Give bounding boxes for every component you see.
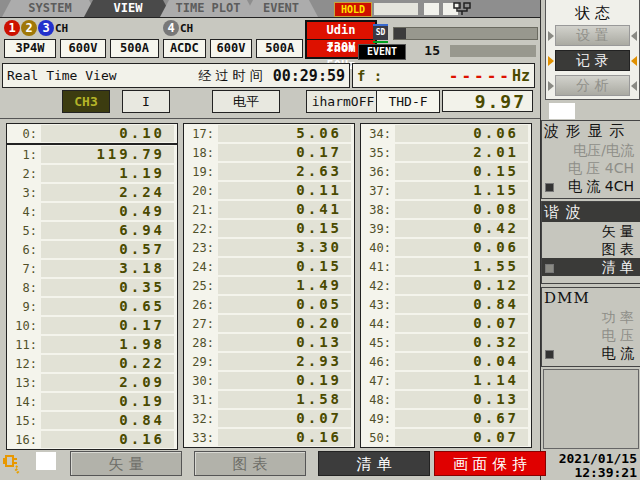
harmonic-row: 7:3.18: [7, 259, 177, 278]
level-mode-selector[interactable]: 电平: [212, 90, 280, 113]
harmonic-value: 0.15: [218, 220, 351, 237]
harmonic-order: 5:: [7, 224, 37, 238]
harmonic-value: 2.01: [395, 144, 528, 161]
menu-settings-button[interactable]: 设 置: [555, 25, 630, 46]
harmonic-value: 0.13: [218, 334, 351, 351]
harmonic-row: 33:0.16: [184, 428, 354, 447]
tab-system[interactable]: SYSTEM: [2, 0, 98, 17]
harmonic-value: 2.63: [218, 163, 351, 180]
harmonics-column: 17:5.0618:0.1719:2.6320:0.1121:0.4122:0.…: [183, 123, 355, 451]
harmonic-value: 0.16: [218, 429, 351, 446]
menu-record-button[interactable]: 记 录: [555, 50, 630, 71]
voltage-range-setting-4: 600V: [210, 39, 253, 58]
harmonic-value: 2.09: [41, 374, 174, 391]
iharm-selector[interactable]: iharmOFF: [306, 90, 380, 113]
harmonic-value: 0.35: [41, 279, 174, 296]
harmonic-order: 40:: [361, 241, 391, 255]
waveform-section-title: 波 形 显 示: [542, 121, 640, 141]
harmonic-value: 0.49: [41, 203, 174, 220]
sd-card-icon: SD: [373, 24, 388, 40]
menu-voltage[interactable]: 电 压: [542, 326, 640, 344]
harmonic-value: 0.12: [395, 277, 528, 294]
menu-voltage-current[interactable]: 电压/电流: [542, 141, 640, 159]
harmonic-order: 42:: [361, 279, 391, 293]
harmonic-row: 48:0.13: [361, 390, 531, 409]
harmonic-value: 0.17: [218, 144, 351, 161]
harmonic-order: 27:: [184, 317, 214, 331]
harmonic-row: 8:0.35: [7, 278, 177, 297]
harmonic-row: 17:5.06: [184, 124, 354, 143]
harmonic-value: 119.79: [41, 146, 174, 163]
harmonic-row: 41:1.55: [361, 257, 531, 276]
harmonic-order: 13:: [7, 376, 37, 390]
check-bullet-icon: [545, 183, 554, 192]
harmonic-order: 17:: [184, 127, 214, 141]
harmonic-order: 0:: [7, 127, 37, 141]
waveform-section: 波 形 显 示 电压/电流 电 压 4CH 电 流 4CH: [541, 120, 640, 199]
harmonic-order: 19:: [184, 165, 214, 179]
harmonic-row: 0:0.10: [7, 124, 177, 143]
menu-current-4ch[interactable]: 电 流 4CH: [542, 177, 640, 195]
harmonic-order: 14:: [7, 395, 37, 409]
harmonic-value: 0.06: [395, 125, 528, 142]
harmonics-group: 0:0.10: [6, 123, 178, 144]
menu-power[interactable]: 功 率: [542, 308, 640, 326]
dmm-section: DMM 功 率 电 压 电 流: [541, 287, 640, 367]
softkey-screen-hold[interactable]: 画 面 保 持: [434, 451, 546, 476]
view-mode-label: Real Time View: [3, 68, 117, 83]
harmonic-row: 27:0.20: [184, 314, 354, 333]
quantity-selector[interactable]: I: [122, 90, 170, 113]
menu-current[interactable]: 电 流: [542, 344, 640, 362]
harmonic-row: 1:119.79: [7, 145, 177, 164]
left-arrow-icon: [548, 31, 554, 41]
tab-view[interactable]: VIEW: [84, 0, 172, 17]
harmonic-order: 37:: [361, 184, 391, 198]
harmonic-order: 30:: [184, 374, 214, 388]
harmonic-value: 0.19: [41, 393, 174, 410]
menu-record-label: 记 录: [576, 52, 608, 68]
harmonic-order: 36:: [361, 165, 391, 179]
harmonics-group: 34:0.0635:2.0136:0.1537:1.1538:0.0839:0.…: [360, 123, 532, 448]
softkey-list[interactable]: 清 单: [318, 451, 430, 476]
frequency-value: -----: [449, 66, 512, 85]
harmonic-value: 0.20: [218, 315, 351, 332]
empty-panel: [543, 369, 639, 449]
tab-event[interactable]: EVENT: [244, 0, 318, 17]
channel-3-icon: 3: [38, 20, 54, 36]
harmonic-row: 11:1.98: [7, 335, 177, 354]
softkey-vector[interactable]: 矢 量: [70, 451, 182, 476]
channel-selector[interactable]: CH3: [62, 90, 110, 113]
channel-group-123: 1 2 3 CH 3P4W 600V 500A: [4, 18, 159, 60]
harmonic-order: 24:: [184, 260, 214, 274]
menu-vector[interactable]: 矢 量: [542, 222, 640, 240]
harmonic-value: 1.98: [41, 336, 174, 353]
menu-analysis-label: 分 析: [576, 77, 608, 93]
harmonic-value: 0.07: [218, 410, 351, 427]
menu-analysis-button[interactable]: 分 析: [555, 75, 630, 96]
harmonic-order: 21:: [184, 203, 214, 217]
harmonic-row: 49:0.67: [361, 409, 531, 428]
harmonic-row: 10:0.17: [7, 316, 177, 335]
sd-status-led: [373, 41, 388, 43]
harmonic-value: 0.19: [218, 372, 351, 389]
harmonic-row: 9:0.65: [7, 297, 177, 316]
event-bar: [450, 45, 536, 57]
check-bullet-icon: [545, 350, 554, 359]
harmonic-order: 23:: [184, 241, 214, 255]
harmonic-value: 0.57: [41, 241, 174, 258]
menu-graph[interactable]: 图 表: [542, 240, 640, 258]
menu-voltage-4ch[interactable]: 电 压 4CH: [542, 159, 640, 177]
menu-list[interactable]: 清 单: [542, 258, 640, 276]
harmonic-value: 0.65: [41, 298, 174, 315]
harmonic-value: 0.15: [218, 258, 351, 275]
harmonic-row: 35:2.01: [361, 143, 531, 162]
frequency-unit: Hz: [512, 67, 534, 85]
harmonic-row: 4:0.49: [7, 202, 177, 221]
softkey-graph[interactable]: 图 表: [194, 451, 306, 476]
harmonics-section: 谐 波 矢 量 图 表 清 单: [541, 201, 640, 284]
tab-time-plot[interactable]: TIME PLOT: [160, 0, 256, 17]
harmonic-order: 45:: [361, 336, 391, 350]
harmonic-value: 3.18: [41, 260, 174, 277]
divider: [0, 118, 540, 119]
harmonic-row: 45:0.32: [361, 333, 531, 352]
